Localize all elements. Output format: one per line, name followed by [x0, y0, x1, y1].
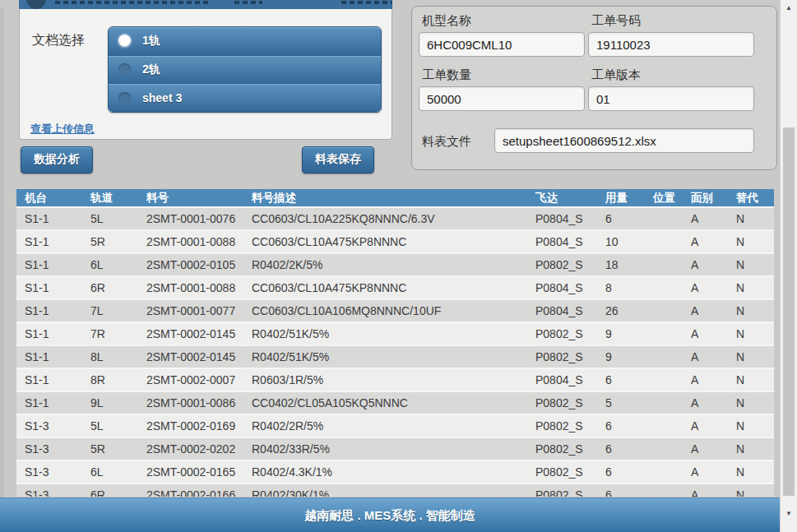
scrollbar-thumb[interactable]: [783, 127, 795, 496]
footer-banner: 越南耐思 . MES系统 . 智能制造: [0, 497, 780, 532]
table-row[interactable]: S1-19L 2SMT-0001-0086CC0402/CL05A105KQ5N…: [16, 391, 774, 414]
vertical-scrollbar[interactable]: ▲ ▼: [780, 0, 797, 532]
clipped-header-text: [55, 1, 211, 4]
table-row[interactable]: S1-35R 2SMT-0002-0202R0402/33R/5% P0802_…: [16, 437, 774, 460]
table-row[interactable]: S1-15L 2SMT-0001-0076CC0603/CL10A225KQ8N…: [16, 207, 774, 230]
doc-select-panel: 文档选择 1轨 2轨 sheet 3 查看上传信息: [19, 9, 392, 140]
sheet-option-label: 1轨: [142, 34, 160, 49]
clipped-header-text: [234, 1, 262, 4]
clipped-header-text: [341, 1, 392, 4]
model-name-label: 机型名称: [422, 13, 471, 29]
sheet-file-input[interactable]: [494, 128, 754, 153]
model-name-input[interactable]: [419, 32, 585, 57]
scroll-down-icon[interactable]: ▼: [781, 510, 797, 517]
data-analyze-button[interactable]: 数据分析: [21, 146, 93, 173]
workorder-number-label: 工单号码: [591, 13, 641, 29]
sheet-save-button[interactable]: 料表保存: [302, 146, 374, 173]
sheet-option-label: sheet 3: [142, 91, 182, 104]
workorder-quantity-label: 工单数量: [422, 67, 471, 83]
table-row[interactable]: S1-17L 2SMT-0001-0077CC0603/CL10A106MQ8N…: [16, 299, 774, 322]
col-side: 面别: [683, 189, 728, 207]
workorder-version-label: 工单版本: [591, 67, 641, 83]
col-position: 位置: [645, 189, 683, 207]
table-row[interactable]: S1-35L 2SMT-0002-0169R0402/2R/5% P0802_S…: [16, 414, 774, 437]
table-row[interactable]: S1-36R 2SMT-0002-0166R0402/30K/1% P0802_…: [16, 483, 774, 497]
workorder-version-input[interactable]: [588, 86, 754, 111]
mes-setupsheet-page: 文档选择 1轨 2轨 sheet 3 查看上传信息 数据分析 料表保存 机型名称…: [0, 0, 797, 532]
table-row[interactable]: S1-17R 2SMT-0002-0145R0402/51K/5% P0802_…: [16, 322, 774, 345]
sheet-option-3[interactable]: sheet 3: [109, 83, 381, 112]
parts-table: 机台 轨道 料号 料号描述 飞达 用量 位置 面别 替代 S1-15L 2SMT…: [16, 189, 774, 497]
table-header-row: 机台 轨道 料号 料号描述 飞达 用量 位置 面别 替代: [16, 189, 774, 207]
table-row[interactable]: S1-18R 2SMT-0002-0007R0603/1R/5% P0804_S…: [16, 368, 774, 391]
col-part-description: 料号描述: [243, 189, 527, 207]
radio-icon: [118, 35, 131, 47]
table-row[interactable]: S1-18L 2SMT-0002-0145R0402/51K/5% P0802_…: [16, 345, 774, 368]
radio-icon: [118, 92, 131, 104]
circle-badge-icon: [26, 0, 46, 9]
sheet-option-1[interactable]: 1轨: [109, 27, 381, 55]
table-body: S1-15L 2SMT-0001-0076CC0603/CL10A225KQ8N…: [16, 207, 774, 497]
col-part-number: 料号: [138, 189, 243, 207]
table-row[interactable]: S1-16R 2SMT-0001-0088CC0603/CL10A475KP8N…: [16, 276, 774, 299]
workorder-form-panel: 机型名称 工单号码 工单数量 工单版本 料表文件: [411, 6, 777, 170]
workorder-number-input[interactable]: [588, 32, 754, 57]
sheet-option-label: 2轨: [142, 62, 160, 77]
workorder-quantity-input[interactable]: [419, 86, 585, 111]
doc-select-label: 文档选择: [32, 32, 85, 49]
page-edge-shading: [0, 8, 4, 497]
scroll-up-icon[interactable]: ▲: [781, 4, 797, 12]
col-usage: 用量: [597, 189, 645, 207]
sheet-radio-group: 1轨 2轨 sheet 3: [108, 26, 382, 113]
col-substitute: 替代: [728, 189, 774, 207]
col-feeder: 飞达: [527, 189, 597, 207]
sheet-file-label: 料表文件: [422, 134, 471, 150]
sheet-option-2[interactable]: 2轨: [109, 55, 381, 84]
table-row[interactable]: S1-36L 2SMT-0002-0165R0402/4.3K/1% P0802…: [16, 460, 774, 483]
table-row[interactable]: S1-15R 2SMT-0001-0088CC0603/CL10A475KP8N…: [16, 230, 774, 253]
table-row[interactable]: S1-16L 2SMT-0002-0105R0402/2K/5% P0802_S…: [16, 253, 774, 276]
radio-icon: [118, 63, 131, 76]
col-track: 轨道: [82, 189, 138, 207]
col-machine: 机台: [16, 189, 82, 207]
view-upload-info-link[interactable]: 查看上传信息: [30, 122, 95, 136]
